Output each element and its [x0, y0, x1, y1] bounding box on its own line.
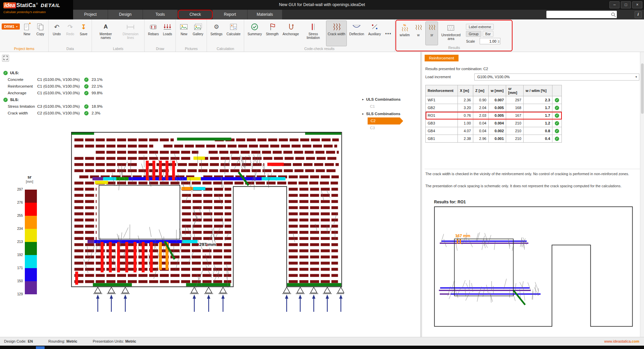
reinforcement-row[interactable]: GB23.202.040.0051681.7✓	[426, 104, 562, 112]
website-link[interactable]: www.ideastatica.com	[604, 337, 639, 346]
loads-button[interactable]: Loads	[161, 20, 174, 46]
scrollbar-thumb[interactable]	[641, 63, 644, 114]
tree-item-c1[interactable]: C1	[370, 103, 418, 110]
unreinforced-area-button[interactable]: Unreinforced area	[439, 21, 463, 45]
ribbon-group-data: ↶ Undo ↷ Redo ↧ Save Data	[49, 19, 92, 52]
tab-tools[interactable]: Tools	[143, 10, 178, 19]
more-dots-icon: ⋯	[385, 29, 391, 39]
reinforcement-row[interactable]: WF12.360.900.0072972.3✓	[426, 96, 562, 104]
anchorage-button[interactable]: Anchorage	[281, 20, 301, 46]
pass-check-icon: ✓	[555, 121, 559, 126]
group-label: Calculation	[209, 46, 242, 52]
calculate-button[interactable]: Calculate	[225, 20, 242, 46]
stress-limitation-button[interactable]: Stress limitation	[301, 20, 325, 46]
strength-button[interactable]: Strength	[264, 20, 280, 46]
uls-summary-header: ✓ ULS:	[3, 69, 109, 76]
w-wlim-button[interactable]: % w/wlim	[398, 21, 411, 45]
group-label: Results	[398, 45, 510, 51]
group-button[interactable]: Group	[466, 31, 481, 37]
tab-check[interactable]: Check	[178, 10, 213, 19]
crack-spacing-label: 297 mm	[199, 242, 216, 247]
redo-icon: ↷	[67, 22, 73, 32]
panel-scrollbar[interactable]	[640, 52, 644, 337]
new-picture-button[interactable]: New	[177, 20, 190, 46]
check-name: Concrete	[8, 78, 37, 82]
bar-button[interactable]: Bar	[483, 31, 493, 37]
tree-item-c3[interactable]: C3	[370, 124, 418, 132]
label-extreme-button[interactable]: Label extreme	[466, 24, 494, 30]
sls-title: SLS:	[10, 98, 19, 102]
legend-color-block	[25, 190, 37, 203]
stress-limitation-icon	[310, 22, 317, 32]
reinforcement-row[interactable]: GB44.070.040.0022100.8✓	[426, 127, 562, 135]
deflection-button[interactable]: Deflection	[347, 20, 366, 46]
main-canvas[interactable]: ✓ ULS: Concrete C1 (G100.0%, V100.0%) ✓ …	[0, 52, 420, 337]
gallery-button[interactable]: Gallery	[191, 20, 205, 46]
uls-combinations-header[interactable]: ▸ ULS Combinations	[362, 96, 418, 103]
group-label: Data	[50, 46, 90, 52]
search-icon[interactable]	[609, 12, 617, 17]
ribbon-group-project-items: DRM1▾ New Copy Project items	[0, 19, 49, 52]
tab-report[interactable]: Report	[213, 10, 248, 19]
col-reinforcement: Reinforcement	[426, 85, 458, 96]
summary-button[interactable]: Summary	[246, 20, 264, 46]
info-button[interactable]: i	[635, 11, 642, 18]
unreinforced-area-icon	[447, 23, 455, 33]
wall-crack-drawing[interactable]: 297 mm	[71, 132, 344, 319]
pass-check-icon: ✓	[3, 98, 8, 102]
product-name: DETAIL	[41, 2, 60, 8]
load-increment-dropdown[interactable]: G100.0%, V100.0% ▾	[474, 73, 639, 81]
redo-button[interactable]: ↷ Redo	[64, 20, 76, 46]
col-z: Z [m]	[473, 85, 489, 96]
sls-combinations-header[interactable]: ▸ SLS Combinations	[362, 110, 418, 117]
undo-button[interactable]: ↶ Undo	[50, 20, 63, 46]
cell-sr: 297	[506, 96, 524, 104]
cell-sr: 168	[506, 104, 524, 112]
reinforcement-row[interactable]: GB31.000.040.0042101.2✓	[426, 119, 562, 127]
pass-check-icon: ✓	[3, 71, 8, 75]
auxiliary-button[interactable]: Auxiliary	[367, 20, 383, 46]
crack-width-note: The crack width is checked in the vicini…	[425, 171, 642, 176]
new-project-item-button[interactable]: New	[20, 20, 33, 46]
w-button[interactable]: w	[412, 21, 425, 45]
taskbar-app-icon[interactable]	[36, 346, 45, 349]
scale-input[interactable]: 1.00 ▴▾	[480, 38, 500, 44]
ro1-result-drawing[interactable]: 167 mm	[434, 206, 633, 327]
spinner-arrows[interactable]: ▴▾	[497, 39, 500, 43]
tab-materials[interactable]: Materials	[248, 10, 282, 19]
close-button[interactable]: ×	[632, 1, 642, 8]
tree-item-c2[interactable]: C2	[368, 117, 403, 124]
legend-value: 297	[12, 188, 23, 191]
window-title: New GUI for Detail-wall with openings.id…	[0, 0, 644, 10]
sr-button[interactable]: sr	[425, 21, 438, 45]
reinforcement-row[interactable]: RO10.762.030.0051671.7✓	[426, 112, 562, 119]
tab-design[interactable]: Design	[108, 10, 143, 19]
rebars-icon	[149, 22, 158, 32]
cell-sr: 167	[506, 112, 524, 119]
scale-label: Scale	[466, 39, 475, 43]
ribbon-group-draw: Rebars Loads Draw	[145, 19, 176, 52]
drm1-button[interactable]: DRM1▾	[2, 23, 20, 30]
minimize-button[interactable]: –	[609, 1, 620, 8]
more-results-button[interactable]: ⋯	[383, 20, 393, 46]
ribbon-group-code-check: Summary Strength Anchorage Stress limita…	[244, 19, 395, 52]
tree-expand-icon: ▸	[362, 98, 364, 101]
cell-x: 2.36	[458, 96, 473, 104]
reinforcement-row[interactable]: GB12.382.960.0012100.4✓	[426, 135, 562, 143]
app-logo: ideaStatiCa®DETAIL Calculate yesterday's…	[0, 0, 73, 19]
group-label: Project items	[2, 46, 47, 52]
undo-icon: ↶	[54, 22, 59, 32]
crack-width-button[interactable]: Crack width	[326, 20, 347, 46]
tab-reinforcement[interactable]: Reinforcement	[425, 55, 459, 61]
maximize-button[interactable]: □	[621, 1, 631, 8]
search-input[interactable]	[548, 11, 609, 17]
member-names-button[interactable]: A Member names	[94, 20, 118, 46]
expand-view-button[interactable]	[2, 55, 9, 62]
dimension-lines-button[interactable]: Dimension lines	[118, 20, 143, 46]
settings-button[interactable]: ⚙ Settings	[209, 20, 224, 46]
col-w: w [mm]	[489, 85, 506, 96]
save-button[interactable]: ↧ Save	[77, 20, 90, 46]
tab-project[interactable]: Project	[73, 10, 108, 19]
rebars-button[interactable]: Rebars	[146, 20, 160, 46]
copy-button[interactable]: Copy	[34, 20, 47, 46]
